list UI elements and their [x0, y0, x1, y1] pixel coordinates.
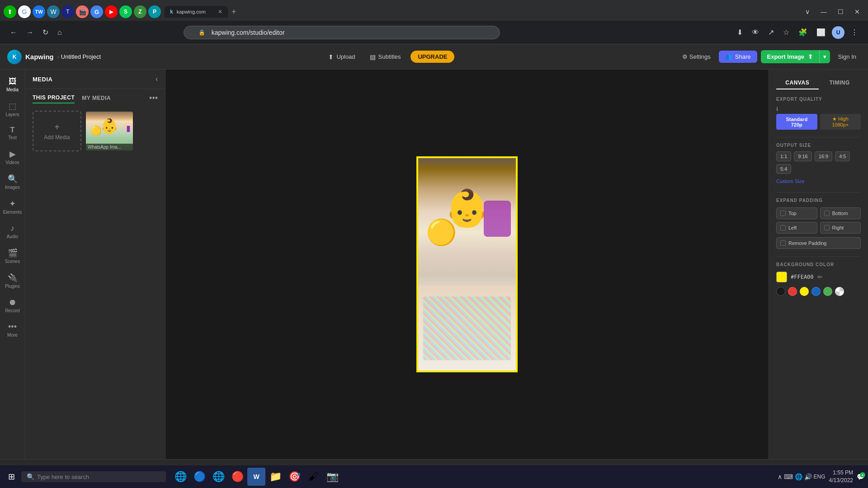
subtitles-button[interactable]: ▤ Subtitles [365, 51, 406, 63]
upgrade-button[interactable]: UPGRADE [410, 51, 454, 63]
taskbar-app-edge[interactable]: 🌐 [209, 468, 227, 486]
favicon-tv[interactable]: T [61, 5, 74, 18]
panel-collapse-button[interactable]: ‹ [156, 75, 158, 83]
sidebar-item-media[interactable]: 🖼 Media [2, 73, 24, 96]
forward-button[interactable]: → [24, 26, 36, 39]
profile-icon[interactable]: ⬜ [814, 25, 828, 39]
taskbar-app-files[interactable]: 📁 [266, 468, 284, 486]
tab-canvas[interactable]: CANVAS [776, 77, 819, 89]
canvas-area[interactable]: 👶 🟡 [165, 70, 769, 459]
taskbar-keyboard-icon[interactable]: ⌨ [784, 473, 793, 480]
padding-left-button[interactable]: Left [776, 222, 817, 234]
tab-my-media[interactable]: MY MEDIA [82, 93, 111, 103]
size-9-16[interactable]: 9:16 [794, 151, 811, 161]
high-quality-button[interactable]: ★ High 1080p+ [820, 114, 861, 130]
favicon-z[interactable]: Z [134, 5, 146, 18]
refresh-button[interactable]: ↻ [40, 25, 51, 39]
padding-right-button[interactable]: Right [820, 222, 861, 234]
taskbar-search[interactable]: 🔍 Type here to search [21, 471, 166, 482]
upload-button[interactable]: ⬆ Upload [324, 51, 359, 63]
favicon-tw[interactable]: TW [33, 5, 45, 18]
color-picker-icon[interactable]: ✏ [817, 273, 823, 281]
taskbar-up-arrow[interactable]: ∧ [778, 473, 782, 480]
color-preset-red[interactable] [788, 287, 797, 296]
remove-padding-button[interactable]: Remove Padding [776, 237, 861, 249]
address-bar-input[interactable]: 🔒 kapwing.com/studio/editor [184, 26, 500, 39]
color-preset-transparent[interactable] [835, 287, 844, 296]
win-minimize-button[interactable]: ∨ [801, 6, 814, 17]
back-button[interactable]: ← [7, 26, 20, 39]
sidebar-item-images[interactable]: 🔍 Images [2, 170, 24, 193]
win-maximize-button[interactable]: ☐ [833, 6, 848, 17]
favicon-wp[interactable]: W [47, 5, 60, 18]
size-1-1[interactable]: 1:1 [776, 151, 791, 161]
size-5-4[interactable]: 5:4 [776, 164, 791, 174]
taskbar-lang[interactable]: ENG [814, 474, 826, 480]
taskbar-app-opera[interactable]: 🔴 [228, 468, 246, 486]
favicon-yt[interactable]: ▶ [105, 5, 118, 18]
size-4-5[interactable]: 4:5 [835, 151, 850, 161]
taskbar-app-chrome[interactable]: 🔵 [190, 468, 208, 486]
color-preset-blue[interactable] [811, 287, 821, 296]
tab-timing[interactable]: TIMING [819, 77, 861, 89]
sidebar-item-audio[interactable]: ♪ Audio [2, 220, 24, 243]
tab-close-icon[interactable]: ✕ [218, 9, 222, 15]
sidebar-item-elements[interactable]: ✦ Elements [0, 195, 25, 218]
settings-button[interactable]: ⚙ Settings [678, 51, 715, 63]
sidebar-item-videos[interactable]: ▶ Videos [2, 145, 24, 169]
taskbar-app-camera[interactable]: 📷 [323, 468, 341, 486]
sidebar-item-text[interactable]: T Text [2, 122, 24, 144]
taskbar-time[interactable]: 1:55 PM 4/13/2022 [829, 469, 853, 484]
custom-size-button[interactable]: Custom Size [776, 178, 804, 185]
standard-quality-button[interactable]: Standard 720p [776, 114, 817, 130]
active-tab[interactable]: k kapwing.com ✕ [165, 6, 228, 18]
taskbar-app-paint[interactable]: 🖌 [304, 468, 322, 486]
home-button[interactable]: ⌂ [55, 26, 65, 39]
color-preset-green[interactable] [823, 287, 832, 296]
media-more-button[interactable]: ••• [149, 94, 158, 103]
sidebar-item-layers[interactable]: ⬚ Layers [2, 98, 24, 121]
add-media-button[interactable]: + Add Media [33, 111, 81, 151]
padding-bottom-button[interactable]: Bottom [820, 207, 861, 219]
win-restore-button[interactable]: — [816, 6, 831, 17]
share-icon[interactable]: ↗ [765, 25, 777, 39]
remove-padding-checkbox [780, 240, 786, 246]
start-button[interactable]: ⊞ [4, 469, 19, 484]
sidebar-item-scenes[interactable]: 🎬 Scenes [2, 244, 24, 267]
padding-top-button[interactable]: Top [776, 207, 817, 219]
new-tab-button[interactable]: + [228, 5, 240, 19]
favicon-upwork[interactable]: ⬆ [4, 5, 16, 18]
media-thumb-whatsapp[interactable]: 👶 🟡 ▮ WhatsApp Ima... [85, 111, 134, 151]
notification-icon[interactable]: 💬 4 [857, 473, 864, 480]
extensions-icon[interactable]: 🧩 [796, 25, 810, 39]
favicon-google[interactable]: G [18, 5, 31, 18]
size-16-9[interactable]: 16:9 [815, 151, 832, 161]
sidebar-item-record[interactable]: ⏺ Record [2, 294, 24, 317]
taskbar-app-dart[interactable]: 🎯 [285, 468, 303, 486]
download-icon[interactable]: ⬇ [734, 25, 745, 39]
sidebar-item-more[interactable]: ••• More [2, 319, 24, 341]
favicon-p[interactable]: P [148, 5, 161, 18]
background-color-swatch[interactable] [776, 272, 787, 282]
sidebar-item-plugins[interactable]: 🔌 Plugins [2, 269, 24, 292]
taskbar-app-word[interactable]: W [247, 468, 265, 486]
project-name[interactable]: Untitled Project [61, 53, 101, 60]
taskbar-network-icon[interactable]: 🌐 [795, 473, 802, 480]
menu-icon[interactable]: ⋮ [848, 25, 861, 39]
color-preset-black[interactable] [776, 287, 785, 296]
favicon-app6[interactable]: 🎬 [76, 5, 89, 18]
export-dropdown-button[interactable]: ▾ [819, 50, 830, 63]
signin-button[interactable]: Sign In [834, 51, 861, 63]
bookmark-icon[interactable]: ☆ [780, 25, 792, 39]
tab-this-project[interactable]: THIS PROJECT [33, 93, 75, 103]
favicon-google2[interactable]: G [90, 5, 103, 18]
share-button[interactable]: 👥 Share [719, 51, 757, 63]
lens-icon[interactable]: 👁 [749, 26, 762, 39]
profile-avatar[interactable]: U [832, 26, 844, 39]
export-button[interactable]: Export Image ⬆ [761, 50, 819, 63]
taskbar-app-ie[interactable]: 🌐 [171, 468, 189, 486]
taskbar-sound-icon[interactable]: 🔊 [804, 473, 812, 480]
favicon-s[interactable]: S [119, 5, 132, 18]
color-preset-yellow[interactable] [800, 287, 809, 296]
win-close-button[interactable]: ✕ [850, 6, 864, 17]
